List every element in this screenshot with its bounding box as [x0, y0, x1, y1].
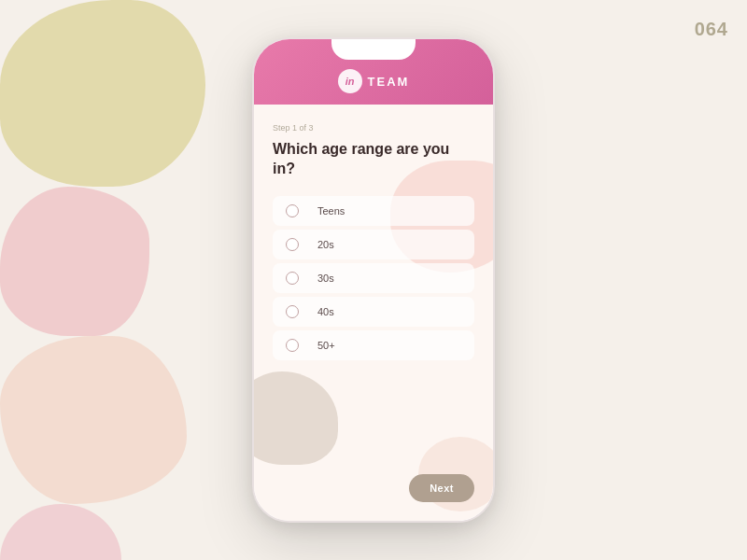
bg-blob-pink-bottom	[0, 504, 121, 560]
phone-content: Step 1 of 3 Which age range are you in? …	[254, 105, 493, 521]
next-button[interactable]: Next	[409, 474, 474, 502]
options-list: Teens 20s 30s 40s	[273, 196, 474, 360]
logo: in TEAM	[338, 69, 410, 93]
page-number: 064	[695, 19, 728, 40]
bg-blob-yellow-top	[0, 0, 205, 187]
option-20s[interactable]: 20s	[273, 230, 474, 259]
option-label-teens: Teens	[317, 205, 345, 217]
option-label-50plus: 50+	[317, 340, 335, 351]
survey-form: Step 1 of 3 Which age range are you in? …	[254, 105, 493, 373]
radio-teens[interactable]	[286, 204, 299, 217]
phone-frame: in TEAM Step 1 of 3 Which age range are …	[252, 37, 495, 523]
phone-body: in TEAM Step 1 of 3 Which age range are …	[252, 37, 495, 523]
option-label-30s: 30s	[317, 273, 334, 284]
phone-notch	[331, 39, 416, 60]
radio-40s[interactable]	[286, 305, 299, 318]
option-30s[interactable]: 30s	[273, 263, 474, 293]
option-label-20s: 20s	[317, 239, 334, 250]
bg-blob-pink-left	[0, 187, 149, 336]
phone-blob-tan	[254, 371, 338, 465]
logo-text: TEAM	[368, 75, 410, 89]
option-teens[interactable]: Teens	[273, 196, 474, 226]
option-label-40s: 40s	[317, 306, 334, 317]
step-label: Step 1 of 3	[273, 123, 474, 133]
radio-20s[interactable]	[286, 238, 299, 251]
next-button-wrapper: Next	[409, 474, 474, 502]
question-title: Which age range are you in?	[273, 140, 474, 179]
option-40s[interactable]: 40s	[273, 297, 474, 327]
radio-50plus[interactable]	[286, 339, 299, 352]
option-50plus[interactable]: 50+	[273, 330, 474, 360]
logo-icon: in	[338, 69, 362, 93]
radio-30s[interactable]	[286, 272, 299, 285]
bg-blob-peach-right	[0, 336, 187, 504]
